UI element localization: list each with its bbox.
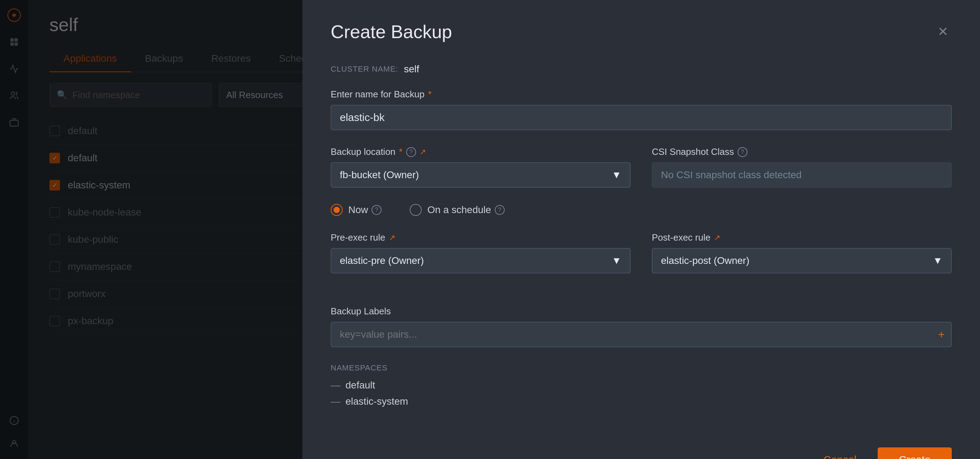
- post-exec-dropdown[interactable]: elastic-post (Owner) ▼: [652, 248, 952, 273]
- close-icon[interactable]: ✕: [934, 23, 952, 41]
- radio-now-label: Now ?: [348, 204, 382, 216]
- add-label-button[interactable]: +: [938, 328, 945, 341]
- post-exec-external-link-icon[interactable]: ↗: [714, 233, 720, 242]
- cluster-name-label: CLUSTER NAME:: [331, 65, 398, 74]
- csi-snapshot-field-group: CSI Snapshot Class ? No CSI snapshot cla…: [652, 146, 952, 188]
- backup-location-label: Backup location* ? ↗: [331, 146, 631, 157]
- csi-snapshot-help-icon[interactable]: ?: [738, 147, 748, 157]
- backup-location-external-link-icon[interactable]: ↗: [420, 148, 426, 157]
- chevron-down-icon: ▼: [612, 255, 622, 266]
- dialog-header: Create Backup ✕: [331, 21, 952, 42]
- csi-snapshot-input: No CSI snapshot class detected: [652, 162, 952, 188]
- location-csi-row: Backup location* ? ↗ fb-bucket (Owner) ▼…: [331, 146, 952, 188]
- backup-labels-input[interactable]: [331, 322, 952, 347]
- backup-labels-label: Backup Labels: [331, 306, 952, 317]
- chevron-down-icon: ▼: [612, 169, 622, 181]
- chevron-down-icon: ▼: [933, 255, 943, 266]
- cancel-button[interactable]: Cancel: [813, 448, 867, 459]
- radio-now-circle: [331, 204, 343, 216]
- now-help-icon[interactable]: ?: [372, 205, 382, 215]
- exec-rules-row: Pre-exec rule ↗ elastic-pre (Owner) ▼ Po…: [331, 232, 952, 273]
- schedule-help-icon[interactable]: ?: [495, 205, 504, 215]
- backup-name-field-group: Enter name for Backup*: [331, 89, 952, 130]
- namespaces-section: NAMESPACES — default — elastic-system: [331, 364, 952, 412]
- pre-exec-external-link-icon[interactable]: ↗: [389, 233, 395, 242]
- cluster-name-row: CLUSTER NAME: self: [331, 64, 952, 75]
- radio-schedule-label: On a schedule ?: [427, 204, 504, 216]
- backup-name-label: Enter name for Backup*: [331, 89, 952, 100]
- create-button[interactable]: Create: [878, 447, 952, 459]
- backup-name-input[interactable]: [331, 105, 952, 130]
- pre-exec-label: Pre-exec rule ↗: [331, 232, 631, 243]
- backup-location-field-group: Backup location* ? ↗ fb-bucket (Owner) ▼: [331, 146, 631, 188]
- pre-exec-dropdown[interactable]: elastic-pre (Owner) ▼: [331, 248, 631, 273]
- csi-snapshot-label: CSI Snapshot Class ?: [652, 146, 952, 157]
- dialog-footer: Cancel Create: [331, 433, 952, 459]
- cluster-name-value: self: [404, 64, 419, 75]
- radio-schedule[interactable]: On a schedule ?: [410, 204, 504, 216]
- backup-location-help-icon[interactable]: ?: [406, 147, 416, 157]
- schedule-radio-group: Now ? On a schedule ?: [331, 204, 952, 216]
- namespace-tag-elastic-system: — elastic-system: [331, 396, 952, 407]
- create-backup-dialog: Create Backup ✕ CLUSTER NAME: self Enter…: [302, 0, 980, 459]
- backup-location-dropdown[interactable]: fb-bucket (Owner) ▼: [331, 162, 631, 188]
- radio-now[interactable]: Now ?: [331, 204, 382, 216]
- namespaces-section-label: NAMESPACES: [331, 364, 952, 373]
- labels-input-wrapper: +: [331, 322, 952, 347]
- dialog-title: Create Backup: [331, 21, 452, 42]
- backup-labels-field-group: Backup Labels +: [331, 306, 952, 347]
- post-exec-field-group: Post-exec rule ↗ elastic-post (Owner) ▼: [652, 232, 952, 273]
- pre-exec-field-group: Pre-exec rule ↗ elastic-pre (Owner) ▼: [331, 232, 631, 273]
- namespace-tag-default: — default: [331, 380, 952, 391]
- radio-schedule-circle: [410, 204, 422, 216]
- post-exec-label: Post-exec rule ↗: [652, 232, 952, 243]
